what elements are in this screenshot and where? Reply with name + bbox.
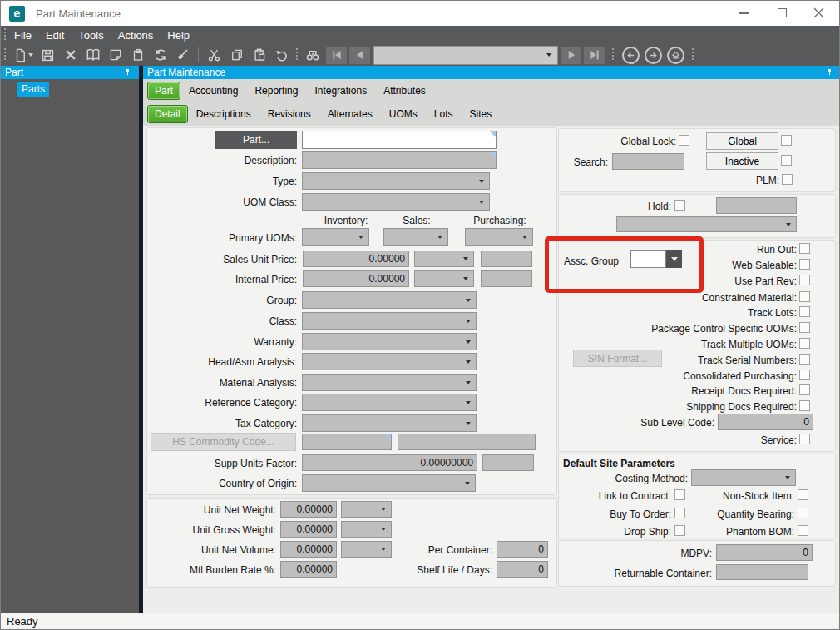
mdpv-input[interactable]: 0 [716,544,813,561]
undo-icon[interactable] [270,46,293,64]
constrained-material-checkbox[interactable] [799,291,810,302]
hs-commodity-code-button[interactable]: HS Commodity Code... [151,433,296,451]
service-checkbox[interactable] [799,434,810,444]
sub-level-code-input[interactable]: 0 [718,414,813,430]
new-record-dropdown-icon[interactable] [28,53,33,57]
paste-icon[interactable] [248,46,270,64]
track-multiple-uoms-checkbox[interactable] [799,338,810,349]
reference-category-select[interactable] [302,394,477,411]
unit-gross-weight-input[interactable]: 0.00000 [280,521,337,538]
menu-actions[interactable]: Actions [118,29,154,42]
sales-unit-price-input[interactable]: 0.00000 [303,251,409,267]
menu-help[interactable]: Help [167,29,190,42]
sales-uom-select[interactable] [383,228,448,246]
tab-accounting[interactable]: Accounting [180,81,246,101]
hold-checkbox[interactable] [674,200,685,211]
record-selector-combo[interactable] [373,46,558,65]
menu-tools[interactable]: Tools [78,29,103,42]
group-select[interactable] [302,291,477,309]
tax-category-select[interactable] [302,414,477,432]
plm-checkbox[interactable] [782,174,793,185]
unit-net-volume-input[interactable]: 0.00000 [280,541,337,558]
pin-icon[interactable] [825,67,834,77]
search-book-icon[interactable] [82,46,104,64]
head-asm-analysis-select[interactable] [302,353,477,370]
hold-date-input[interactable] [716,197,797,214]
maximize-button[interactable] [768,1,796,25]
inactive-checkbox[interactable] [781,155,792,166]
toolbar-grip-handle-4[interactable] [691,47,694,62]
save-icon[interactable] [37,46,59,64]
last-record-button[interactable] [584,47,605,64]
cut-icon[interactable] [203,46,225,64]
returnable-container-input[interactable] [716,564,808,580]
internal-price-input[interactable]: 0.00000 [303,270,409,287]
part-button[interactable]: Part... [215,131,297,149]
inventory-uom-select[interactable] [302,228,369,246]
shipping-docs-required-checkbox[interactable] [799,400,810,411]
delete-icon[interactable] [59,46,82,64]
tab-reporting[interactable]: Reporting [246,81,306,101]
receipt-docs-required-checkbox[interactable] [799,384,810,395]
internal-price-uom-select[interactable] [414,270,474,287]
supp-units-uom-input[interactable] [482,454,534,471]
minimize-button[interactable] [729,1,758,25]
sidebar-item-parts[interactable]: Parts [17,82,49,97]
find-binoculars-icon[interactable] [301,46,324,64]
internal-price-extra-input[interactable] [481,270,532,287]
home-button[interactable] [667,47,684,64]
tab-sites[interactable]: Sites [461,104,500,124]
unit-net-weight-input[interactable]: 0.00000 [280,501,337,518]
refresh-icon[interactable] [149,46,171,64]
costing-method-select[interactable] [691,469,796,486]
tab-descriptions[interactable]: Descriptions [188,104,259,124]
uom-class-select[interactable] [302,193,490,211]
per-container-input[interactable]: 0 [497,541,548,558]
quantity-bearing-checkbox[interactable] [798,508,808,518]
non-stock-item-checkbox[interactable] [798,489,808,500]
toolbar-grip-handle-3[interactable] [611,47,615,62]
tab-detail[interactable]: Detail [147,105,188,123]
pin-icon[interactable] [123,67,132,77]
mtl-burden-rate-input[interactable]: 0.00000 [280,561,337,578]
close-button[interactable] [804,1,833,25]
country-of-origin-select[interactable] [302,474,476,492]
supp-units-factor-input[interactable]: 0.00000000 [302,454,477,471]
navigate-forward-button[interactable] [645,47,662,64]
web-saleable-checkbox[interactable] [799,259,810,270]
tab-alternates[interactable]: Alternates [319,104,381,124]
warranty-select[interactable] [302,333,477,350]
menu-edit[interactable]: Edit [46,29,64,42]
toolbar-grip-handle[interactable] [3,47,7,62]
first-record-button[interactable] [326,47,347,64]
consolidated-purchasing-checkbox[interactable] [799,370,810,380]
net-weight-uom-select[interactable] [341,501,392,518]
tab-integrations[interactable]: Integrations [306,81,375,101]
class-select[interactable] [302,312,477,330]
attachment-icon[interactable] [126,46,149,64]
sales-price-uom-select[interactable] [414,251,474,267]
part-input[interactable] [302,131,497,149]
menu-file[interactable]: File [14,29,32,42]
sn-format-button[interactable]: S/N Format... [573,350,662,367]
use-part-rev-checkbox[interactable] [799,275,810,285]
package-control-specific-uoms-checkbox[interactable] [799,322,810,333]
tab-uoms[interactable]: UOMs [381,104,426,124]
type-select[interactable] [302,172,490,190]
tab-part[interactable]: Part [147,82,180,100]
inactive-button[interactable]: Inactive [706,152,778,170]
material-analysis-select[interactable] [302,374,477,391]
search-input[interactable] [612,153,684,170]
tab-lots[interactable]: Lots [426,104,462,124]
global-button[interactable]: Global [706,132,778,150]
clear-icon[interactable] [171,46,194,64]
purchasing-uom-select[interactable] [465,228,533,246]
description-input[interactable] [302,151,497,169]
navigate-back-button[interactable] [622,47,640,64]
sales-price-extra-input[interactable] [481,251,532,267]
hs-commodity-description-input[interactable] [398,434,536,450]
copy-icon[interactable] [225,46,248,64]
run-out-checkbox[interactable] [799,243,810,254]
global-checkbox[interactable] [781,135,792,146]
toolbar-grip-handle-2[interactable] [295,47,299,62]
